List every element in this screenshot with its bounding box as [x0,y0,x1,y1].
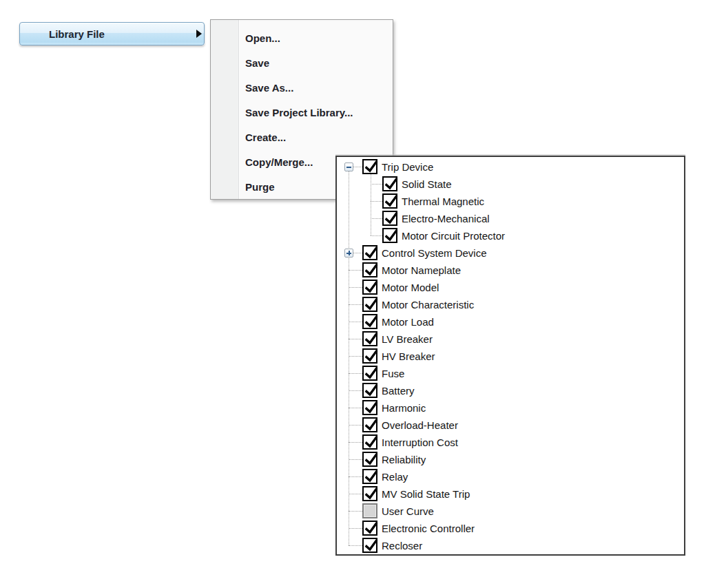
tree-connector-line [349,356,362,357]
checkbox-harmonic[interactable] [362,400,377,415]
checkbox-reliability[interactable] [362,452,377,467]
checkbox-motor-nameplate[interactable] [362,262,377,277]
checkbox-electro-mechanical[interactable] [382,211,397,226]
tree-row-motor-model: Motor Model [337,279,684,296]
tree-label-electro-mechanical: Electro-Mechanical [402,210,490,227]
tree-connector-line [349,270,362,271]
submenu-arrow-icon [196,30,202,38]
tree-row-control-system-device: Control System Device [337,244,684,262]
tree-row-mv-solid-state-trip: MV Solid State Trip [337,485,684,503]
tree-connector-line [349,476,362,477]
checkbox-recloser[interactable] [362,538,377,553]
tree-label-motor-load: Motor Load [382,313,434,330]
tree-label-relay: Relay [382,468,408,485]
menu-item-save[interactable]: Save [211,51,393,76]
tree-label-trip-device: Trip Device [382,158,433,176]
tree-label-harmonic: Harmonic [382,399,426,417]
checkbox-fuse[interactable] [362,366,377,381]
library-file-label: Library File [20,28,105,40]
checkbox-user-curve[interactable] [362,503,377,518]
tree-connector-line [349,545,362,546]
tree-label-motor-characteristic: Motor Characteristic [382,296,474,313]
checkbox-mv-solid-state-trip[interactable] [362,486,377,501]
tree-row-relay: Relay [337,468,684,485]
tree-connector-line [371,201,382,202]
menu-item-create[interactable]: Create... [211,125,393,150]
checkbox-thermal-magnetic[interactable] [382,193,397,209]
tree-row-interruption-cost: Interruption Cost [337,434,684,451]
tree-label-motor-nameplate: Motor Nameplate [382,262,461,279]
checkbox-hv-breaker[interactable] [362,348,377,364]
tree-row-recloser: Recloser [337,537,684,554]
tree-connector-line [353,253,362,253]
expand-node-icon[interactable] [344,249,353,258]
tree-row-electro-mechanical: Electro-Mechanical [337,210,684,227]
tree-label-electronic-controller: Electronic Controller [382,520,475,537]
checkbox-trip-device[interactable] [362,159,377,174]
tree-connector-line [349,390,362,391]
tree-label-reliability: Reliability [382,451,426,468]
tree-row-user-curve: User Curve [337,503,684,520]
tree-label-motor-model: Motor Model [382,279,439,296]
tree-row-solid-state: Solid State [337,176,684,193]
tree-row-harmonic: Harmonic [337,399,684,417]
checkbox-motor-characteristic[interactable] [362,297,377,312]
collapse-node-icon[interactable] [344,162,353,171]
tree-row-motor-characteristic: Motor Characteristic [337,296,684,313]
menu-item-save-as[interactable]: Save As... [211,76,393,101]
tree-label-hv-breaker: HV Breaker [382,348,435,365]
tree-connector-line [349,287,362,288]
tree-label-control-system-device: Control System Device [382,244,487,262]
tree-connector-line [371,218,382,219]
tree-label-overload-heater: Overload-Heater [382,417,458,434]
tree-label-mv-solid-state-trip: MV Solid State Trip [382,485,470,503]
tree-label-solid-state: Solid State [402,176,452,193]
checkbox-motor-circuit-protector[interactable] [382,228,397,243]
checkbox-lv-breaker[interactable] [362,331,377,346]
menu-item-open[interactable]: Open... [211,26,393,51]
tree-label-thermal-magnetic: Thermal Magnetic [402,193,484,210]
tree-connector-line [353,167,362,167]
tree-label-fuse: Fuse [382,365,404,382]
device-type-tree-panel: Trip DeviceSolid StateThermal MagneticEl… [335,156,685,556]
tree-connector-line [349,408,362,408]
tree-connector-line [349,373,362,374]
tree-row-thermal-magnetic: Thermal Magnetic [337,193,684,210]
tree-row-electronic-controller: Electronic Controller [337,520,684,537]
tree-connector-line [371,235,382,236]
tree-row-motor-nameplate: Motor Nameplate [337,262,684,279]
tree-row-fuse: Fuse [337,365,684,382]
tree-connector-line [349,459,362,460]
library-file-menu-item[interactable]: Library File [19,22,205,45]
checkbox-motor-model[interactable] [362,280,377,295]
tree-connector-line [371,184,382,185]
menu-item-save-project-library[interactable]: Save Project Library... [211,101,393,125]
tree-label-lv-breaker: LV Breaker [382,330,433,348]
tree-label-interruption-cost: Interruption Cost [382,434,458,451]
tree-label-recloser: Recloser [382,537,422,554]
tree-connector-line [349,494,362,494]
tree-connector-line [349,511,362,512]
tree-connector-line [349,339,362,339]
tree-connector-line [349,528,362,529]
checkbox-electronic-controller[interactable] [362,521,377,536]
tree-row-battery: Battery [337,382,684,399]
checkbox-control-system-device[interactable] [362,245,377,260]
tree-row-list: Trip DeviceSolid StateThermal MagneticEl… [337,158,684,554]
tree-label-user-curve: User Curve [382,503,434,520]
tree-row-hv-breaker: HV Breaker [337,348,684,365]
tree-row-lv-breaker: LV Breaker [337,330,684,348]
checkbox-battery[interactable] [362,383,377,398]
checkbox-solid-state[interactable] [382,176,397,191]
tree-connector-line [349,304,362,305]
tree-label-battery: Battery [382,382,415,399]
tree-row-motor-circuit-protector: Motor Circuit Protector [337,227,684,244]
checkbox-overload-heater[interactable] [362,417,377,432]
tree-row-motor-load: Motor Load [337,313,684,330]
checkbox-motor-load[interactable] [362,314,377,329]
tree-connector-line [349,442,362,443]
checkbox-interruption-cost[interactable] [362,434,377,450]
tree-connector-line [349,425,362,426]
checkbox-relay[interactable] [362,469,377,484]
tree-row-trip-device: Trip Device [337,158,684,176]
